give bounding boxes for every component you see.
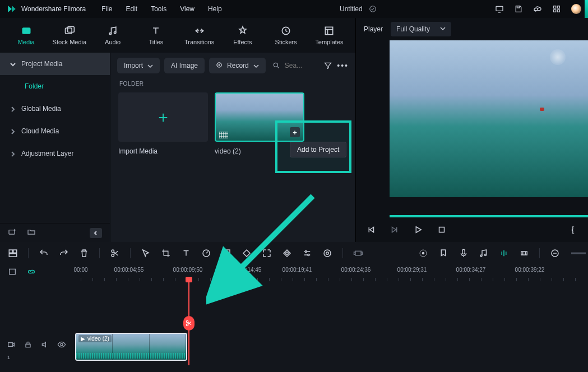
media-icon — [21, 25, 32, 36]
zoom-slider-icon[interactable] — [570, 248, 580, 258]
crop-icon[interactable] — [161, 248, 171, 258]
timeline-playhead[interactable] — [188, 281, 189, 365]
tab-templates[interactable]: Templates — [309, 20, 350, 51]
snap-icon[interactable] — [519, 248, 529, 258]
record-voiceover-icon[interactable] — [418, 248, 428, 258]
cursor-icon[interactable] — [141, 248, 151, 258]
svg-rect-9 — [68, 27, 75, 32]
save-icon[interactable] — [514, 4, 523, 13]
prev-frame-icon[interactable] — [366, 225, 376, 235]
user-avatar[interactable] — [571, 4, 581, 14]
menu-view[interactable]: View — [180, 5, 195, 13]
adjust-icon[interactable] — [302, 248, 312, 258]
svg-point-27 — [286, 252, 289, 255]
new-folder-icon[interactable] — [8, 227, 17, 239]
svg-rect-42 — [10, 269, 16, 274]
tab-titles[interactable]: Titles — [136, 20, 177, 51]
speed-icon[interactable] — [201, 248, 211, 258]
filter-icon[interactable] — [323, 61, 332, 70]
display-icon[interactable] — [495, 4, 504, 13]
sidebar-folder-label: Folder — [25, 82, 44, 90]
svg-rect-21 — [13, 250, 17, 253]
cloud-icon[interactable] — [533, 4, 542, 13]
folder-section-label: FOLDER — [110, 78, 355, 92]
collapse-sidebar-button[interactable] — [90, 228, 102, 238]
color-icon[interactable] — [221, 248, 232, 258]
player-quality-label: Full Quality — [396, 25, 430, 33]
media-thumbnail[interactable]: + — [215, 92, 304, 142]
sidebar-cloud-media-label: Cloud Media — [21, 127, 59, 135]
tab-stock-media[interactable]: Stock Media — [49, 20, 90, 51]
timeline-track-header: 1 — [0, 264, 73, 372]
zoom-out-icon[interactable] — [550, 248, 560, 258]
player-label: Player — [364, 25, 383, 33]
timeline-tracks[interactable]: 00:0000:00:04;5500:00:09;5000:00:14;4500… — [73, 264, 588, 372]
tab-stickers[interactable]: Stickers — [266, 20, 307, 51]
stop-icon[interactable] — [437, 225, 447, 235]
project-title[interactable]: Untitled — [340, 5, 363, 13]
sidebar-folder[interactable]: Folder — [0, 75, 110, 97]
playhead-split-button[interactable] — [183, 316, 195, 331]
video-track-icon[interactable]: 1 — [7, 340, 16, 349]
menu-edit[interactable]: Edit — [126, 5, 138, 13]
mask-icon[interactable] — [282, 248, 292, 258]
step-forward-icon[interactable] — [390, 225, 400, 235]
menu-file[interactable]: File — [101, 5, 112, 13]
marker-icon[interactable] — [438, 248, 448, 258]
expand-icon[interactable] — [262, 248, 272, 258]
timeline-panel: 1 00:0000:00:04;5500:00:09;5000:00:14;45… — [0, 242, 588, 372]
audio-mixer-icon[interactable] — [479, 248, 489, 258]
tab-effects[interactable]: Effects — [222, 20, 263, 51]
split-icon[interactable] — [110, 248, 120, 258]
redo-icon[interactable] — [59, 248, 69, 258]
import-media-card[interactable]: ＋ Import Media — [118, 92, 208, 155]
settings-brace-icon[interactable]: { — [568, 225, 578, 235]
sidebar-global-media[interactable]: Global Media — [0, 97, 110, 120]
timeline-ruler[interactable]: 00:0000:00:04;5500:00:09;5000:00:14;4500… — [73, 264, 588, 281]
import-dropdown[interactable]: Import — [117, 58, 160, 73]
lock-track-icon[interactable] — [24, 340, 33, 349]
timeline-clip[interactable]: ▶video (2) — [75, 333, 187, 361]
playhead-knob[interactable] — [186, 277, 192, 282]
tab-transitions[interactable]: Transitions — [179, 20, 220, 51]
render-icon[interactable] — [353, 248, 363, 258]
sidebar-cloud-media[interactable]: Cloud Media — [0, 120, 110, 142]
sidebar-adjustment-layer[interactable]: Adjustment Layer — [0, 142, 110, 165]
keyframe-icon[interactable] — [242, 248, 252, 258]
track-options-icon[interactable] — [8, 267, 17, 278]
record-dropdown[interactable]: Record — [209, 58, 266, 73]
tab-transitions-label: Transitions — [184, 39, 214, 45]
title-bar: Wondershare Filmora File Edit Tools View… — [0, 0, 588, 18]
mic-icon[interactable] — [459, 248, 469, 258]
player-quality-dropdown[interactable]: Full Quality — [391, 22, 451, 36]
apps-icon[interactable] — [552, 4, 561, 13]
add-to-timeline-button[interactable]: + — [290, 127, 300, 137]
sidebar-project-media[interactable]: Project Media — [0, 53, 110, 75]
player-panel: Player Full Quality { — [356, 18, 588, 242]
text-icon[interactable] — [181, 248, 191, 258]
layout-icon[interactable] — [8, 248, 18, 258]
search-input[interactable] — [285, 62, 307, 69]
mute-track-icon[interactable] — [40, 340, 49, 349]
more-options-button[interactable]: ••• — [337, 61, 349, 70]
player-viewport[interactable] — [390, 40, 588, 197]
audio-icon — [107, 25, 118, 36]
link-icon[interactable] — [27, 267, 36, 278]
tab-media[interactable]: Media — [6, 20, 47, 51]
ruler-tick: 00:00:19;41 — [283, 267, 312, 273]
play-icon[interactable] — [413, 225, 423, 235]
magnetic-icon[interactable] — [499, 248, 509, 258]
greenscreen-icon[interactable] — [322, 248, 332, 258]
hide-track-icon[interactable] — [57, 340, 66, 349]
import-media-label: Import Media — [118, 147, 208, 155]
folder-icon[interactable] — [27, 227, 36, 239]
undo-icon[interactable] — [39, 248, 49, 258]
chevron-down-icon — [253, 63, 259, 68]
svg-rect-13 — [326, 27, 333, 34]
menu-help[interactable]: Help — [208, 5, 222, 13]
menu-tools[interactable]: Tools — [151, 5, 166, 13]
delete-icon[interactable] — [79, 248, 89, 258]
ai-image-button[interactable]: AI Image — [164, 58, 205, 73]
search-icon[interactable] — [272, 62, 280, 69]
tab-audio[interactable]: Audio — [92, 20, 133, 51]
